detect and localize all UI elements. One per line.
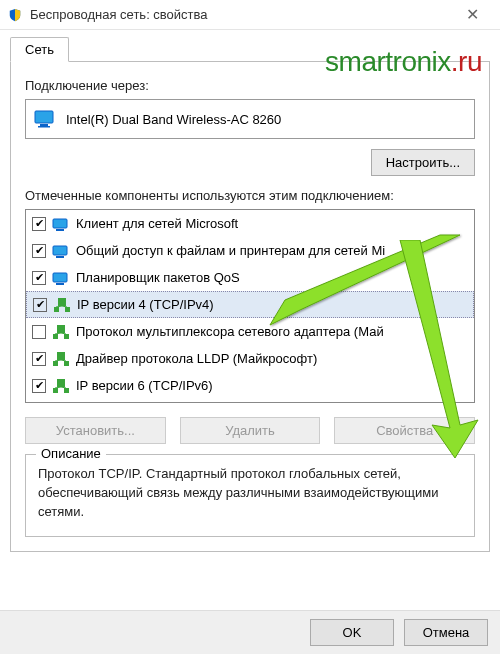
svg-line-18 xyxy=(61,333,66,334)
svg-line-13 xyxy=(62,306,67,307)
component-item[interactable]: ✔Драйвер протокола LLDP (Майкрософт) xyxy=(26,345,474,372)
network-icon xyxy=(52,324,70,340)
window-title: Беспроводная сеть: свойства xyxy=(30,7,452,22)
configure-button[interactable]: Настроить... xyxy=(371,149,475,176)
description-legend: Описание xyxy=(36,446,106,461)
network-icon xyxy=(53,297,71,313)
svg-rect-8 xyxy=(56,283,64,285)
svg-line-22 xyxy=(55,360,61,361)
components-listbox[interactable]: ✔Клиент для сетей Microsoft✔Общий доступ… xyxy=(25,209,475,403)
component-label: Клиент для сетей Microsoft xyxy=(76,216,238,231)
component-label: Драйвер протокола LLDP (Майкрософт) xyxy=(76,351,317,366)
svg-rect-14 xyxy=(57,325,65,333)
svg-rect-20 xyxy=(53,361,58,366)
svg-rect-16 xyxy=(64,334,69,339)
checkbox[interactable]: ✔ xyxy=(32,352,46,366)
description-text: Протокол TCP/IP. Стандартный протокол гл… xyxy=(38,465,462,522)
component-item[interactable]: ✔IP версии 4 (TCP/IPv4) xyxy=(26,291,474,318)
install-button[interactable]: Установить... xyxy=(25,417,166,444)
checkbox[interactable]: ✔ xyxy=(32,379,46,393)
svg-line-28 xyxy=(61,387,66,388)
svg-rect-7 xyxy=(53,273,67,282)
svg-rect-24 xyxy=(57,379,65,387)
adapter-icon xyxy=(34,110,56,128)
svg-rect-19 xyxy=(57,352,65,360)
svg-line-23 xyxy=(61,360,66,361)
svg-rect-5 xyxy=(53,246,67,255)
svg-rect-26 xyxy=(64,388,69,393)
tab-panel: Подключение через: Intel(R) Dual Band Wi… xyxy=(10,61,490,552)
component-label: IP версии 6 (TCP/IPv6) xyxy=(76,378,213,393)
checkbox[interactable]: ✔ xyxy=(32,217,46,231)
svg-line-27 xyxy=(55,387,61,388)
components-label: Отмеченные компоненты используются этим … xyxy=(25,188,475,203)
adapter-box: Intel(R) Dual Band Wireless-AC 8260 xyxy=(25,99,475,139)
dialog-footer: OK Отмена xyxy=(0,610,500,654)
cancel-button[interactable]: Отмена xyxy=(404,619,488,646)
monitor-icon xyxy=(52,270,70,286)
component-label: Общий доступ к файлам и принтерам для се… xyxy=(76,243,385,258)
checkbox[interactable]: ✔ xyxy=(33,298,47,312)
component-item[interactable]: ✔IP версии 6 (TCP/IPv6) xyxy=(26,372,474,399)
component-item[interactable]: ✔Клиент для сетей Microsoft xyxy=(26,210,474,237)
adapter-name: Intel(R) Dual Band Wireless-AC 8260 xyxy=(66,112,281,127)
svg-rect-6 xyxy=(56,256,64,258)
svg-rect-9 xyxy=(58,298,66,306)
svg-rect-11 xyxy=(65,307,70,312)
monitor-icon xyxy=(52,216,70,232)
svg-rect-15 xyxy=(53,334,58,339)
component-item[interactable]: Протокол мультиплексора сетевого адаптер… xyxy=(26,318,474,345)
component-item[interactable]: ✔Общий доступ к файлам и принтерам для с… xyxy=(26,237,474,264)
svg-rect-25 xyxy=(53,388,58,393)
ok-button[interactable]: OK xyxy=(310,619,394,646)
svg-rect-1 xyxy=(40,124,48,126)
svg-line-17 xyxy=(55,333,61,334)
svg-line-12 xyxy=(56,306,62,307)
component-label: IP версии 4 (TCP/IPv4) xyxy=(77,297,214,312)
svg-rect-3 xyxy=(53,219,67,228)
svg-rect-4 xyxy=(56,229,64,231)
checkbox[interactable]: ✔ xyxy=(32,271,46,285)
svg-rect-0 xyxy=(35,111,53,123)
svg-rect-21 xyxy=(64,361,69,366)
shield-icon xyxy=(8,8,22,22)
monitor-icon xyxy=(52,243,70,259)
component-label: Протокол мультиплексора сетевого адаптер… xyxy=(76,324,384,339)
description-group: Описание Протокол TCP/IP. Стандартный пр… xyxy=(25,454,475,537)
component-label: Планировщик пакетов QoS xyxy=(76,270,240,285)
connect-via-label: Подключение через: xyxy=(25,78,475,93)
tab-network[interactable]: Сеть xyxy=(10,37,69,62)
remove-button[interactable]: Удалить xyxy=(180,417,321,444)
checkbox[interactable]: ✔ xyxy=(32,244,46,258)
checkbox[interactable] xyxy=(32,325,46,339)
properties-button[interactable]: Свойства xyxy=(334,417,475,444)
component-item[interactable]: ✔Планировщик пакетов QoS xyxy=(26,264,474,291)
svg-rect-2 xyxy=(38,126,50,128)
close-button[interactable]: ✕ xyxy=(452,5,492,24)
svg-rect-10 xyxy=(54,307,59,312)
network-icon xyxy=(52,351,70,367)
network-icon xyxy=(52,378,70,394)
titlebar: Беспроводная сеть: свойства ✕ xyxy=(0,0,500,30)
